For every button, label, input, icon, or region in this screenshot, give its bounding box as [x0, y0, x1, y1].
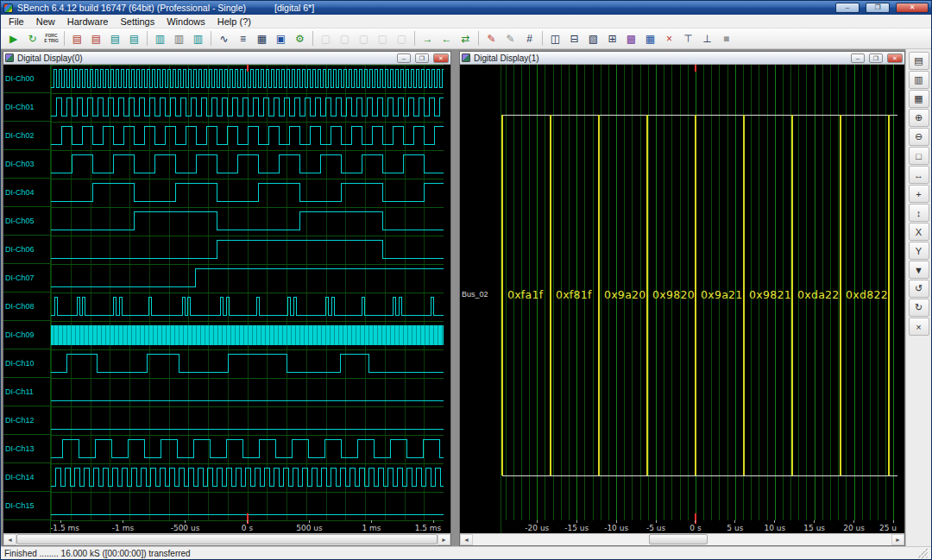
right-scroll-thumb[interactable] [649, 534, 708, 544]
tile-vertical-button[interactable]: ◫ [546, 30, 564, 47]
menu-item-help[interactable]: Help (?) [211, 15, 257, 28]
cascade-windows-button[interactable]: ▧ [584, 30, 602, 47]
card-analog-input-button[interactable]: ▤ [68, 30, 86, 47]
left-plot[interactable]: -1.5 ms-1 ms-500 us0 s500 us1 ms1.5 ms [51, 65, 444, 533]
right-plot[interactable]: 0xfa1f0xf81f0x9a200x98200x9a210x98210xda… [501, 65, 898, 533]
zoom-x-axis-button[interactable]: X [909, 223, 929, 241]
menu-item-windows[interactable]: Windows [161, 15, 211, 28]
digital-display-0-close-button[interactable]: ✕ [433, 53, 449, 63]
cursor-cross-button[interactable]: + [909, 185, 929, 203]
app-icon [3, 3, 13, 13]
zoom-fit-button[interactable]: ↔ [909, 166, 929, 184]
digital-display-0-hscrollbar[interactable]: ◄ ► [3, 533, 450, 545]
channel-label-di-ch13[interactable]: DI-Ch13 [3, 435, 50, 463]
channel-label-di-ch08[interactable]: DI-Ch08 [3, 293, 50, 321]
new-spectrum-display-button[interactable]: ▦ [253, 30, 271, 47]
undo-zoom-button[interactable]: ↺ [909, 280, 929, 298]
calculation-button[interactable]: # [520, 30, 538, 47]
route-input-button[interactable]: ▥ [151, 30, 169, 47]
new-analog-display-button[interactable]: ∿ [215, 30, 233, 47]
import-data-button[interactable]: → [419, 30, 437, 47]
arrange-windows-button[interactable]: ⊞ [603, 30, 621, 47]
export-data-button[interactable]: ← [438, 30, 456, 47]
pan-view-button[interactable]: ↕ [909, 204, 929, 222]
card-trigger-button[interactable]: ▤ [125, 30, 143, 47]
force-trigger-button[interactable]: FORCE TRIG [42, 30, 60, 47]
route-loop-button[interactable]: ▥ [189, 30, 207, 47]
menu-item-file[interactable]: File [3, 15, 30, 28]
scroll-track[interactable] [473, 534, 891, 545]
channel-label-di-ch06[interactable]: DI-Ch06 [3, 236, 50, 264]
empty-slot-button[interactable]: ■ [717, 30, 735, 47]
menu-item-hardware[interactable]: Hardware [61, 15, 115, 28]
menu-item-new[interactable]: New [30, 15, 61, 28]
zoom-in-button[interactable]: ⊕ [909, 109, 929, 127]
channel-label-di-ch15[interactable]: DI-Ch15 [3, 492, 50, 520]
zoom-out-button[interactable]: ⊖ [909, 128, 929, 146]
channel-label-di-ch04[interactable]: DI-Ch04 [3, 179, 50, 207]
digital-display-1-minimize-button[interactable]: – [851, 53, 865, 63]
digital-display-0-minimize-button[interactable]: – [397, 53, 411, 63]
minimize-button[interactable]: – [835, 3, 860, 13]
channel-label-di-ch11[interactable]: DI-Ch11 [3, 378, 50, 406]
print-view-button[interactable]: ▤ [909, 52, 929, 70]
save-project-button[interactable]: ▣ [272, 30, 290, 47]
export-view-button[interactable]: ▥ [909, 71, 929, 89]
channel-label-di-ch01[interactable]: DI-Ch01 [3, 93, 50, 122]
clear-signal-button[interactable]: ✎ [501, 30, 520, 47]
maximize-button[interactable]: ❐ [866, 3, 890, 13]
copy-view-button[interactable]: ▦ [909, 90, 929, 108]
channel-label-di-ch09[interactable]: DI-Ch09 [3, 321, 50, 349]
dock-top-button[interactable]: ⊤ [679, 30, 697, 47]
digital-display-0-titlebar[interactable]: Digital Display(0) – ❐ ✕ [3, 52, 450, 65]
edit-signal-button[interactable]: ✎ [482, 30, 501, 47]
channel-label-di-ch10[interactable]: DI-Ch10 [3, 349, 50, 378]
digital-display-1-close-button[interactable]: ✕ [887, 53, 903, 63]
close-button[interactable]: ✕ [896, 3, 929, 13]
channel-label-di-ch02[interactable]: DI-Ch02 [3, 122, 50, 150]
card-clock-button[interactable]: ▤ [106, 30, 124, 47]
display-window-icon [5, 53, 14, 62]
channel-label-di-ch00[interactable]: DI-Ch00 [3, 65, 50, 93]
digital-display-1-titlebar[interactable]: Digital Display(1) – ❐ ✕ [460, 52, 904, 65]
title-bar[interactable]: SBench 6.4.12 build 16747 (64bit) (Profe… [1, 1, 931, 15]
left-scroll-thumb[interactable] [16, 534, 438, 544]
marker-button[interactable]: ▼ [909, 261, 929, 279]
overlay-display-button[interactable]: ▩ [622, 30, 640, 47]
channel-label-di-ch12[interactable]: DI-Ch12 [3, 406, 50, 435]
resize-grip[interactable] [917, 548, 928, 558]
digital-display-1-restore-button[interactable]: ❐ [869, 53, 883, 63]
svg-text:-5 us: -5 us [646, 524, 666, 532]
close-display-button[interactable]: × [660, 30, 678, 47]
card-digital-input-button[interactable]: ▤ [87, 30, 105, 47]
scroll-right-arrow[interactable]: ► [891, 534, 904, 545]
svg-text:10 us: 10 us [764, 524, 785, 532]
scroll-track[interactable] [16, 534, 438, 545]
redo-zoom-button[interactable]: ↻ [909, 299, 929, 317]
menu-item-settings[interactable]: Settings [114, 15, 161, 28]
settings-gear-button[interactable]: ⚙ [291, 30, 309, 47]
channel-label-di-ch14[interactable]: DI-Ch14 [3, 463, 50, 492]
restart-acquisition-button[interactable]: ↻ [23, 30, 41, 47]
bus-value: 0x9821 [749, 288, 791, 301]
start-acquisition-button[interactable]: ▶ [4, 30, 22, 47]
route-output-button[interactable]: ▥ [170, 30, 188, 47]
digital-display-0-restore-button[interactable]: ❐ [415, 53, 429, 63]
zoom-y-axis-button[interactable]: Y [909, 242, 929, 260]
bus-name-label[interactable]: Bus_02 [462, 290, 488, 299]
scroll-right-arrow[interactable]: ► [438, 534, 450, 545]
channel-label-di-ch07[interactable]: DI-Ch07 [3, 264, 50, 293]
grid-display-button[interactable]: ▦ [641, 30, 659, 47]
close-view-button[interactable]: × [909, 318, 929, 336]
transfer-data-button[interactable]: ⇄ [457, 30, 475, 47]
digital-display-1-window: Digital Display(1) – ❐ ✕ Bus_02 0xfa1f0x… [459, 51, 905, 546]
channel-label-di-ch03[interactable]: DI-Ch03 [3, 150, 50, 179]
new-digital-display-button[interactable]: ≡ [234, 30, 252, 47]
tile-horizontal-button[interactable]: ⊟ [565, 30, 583, 47]
digital-display-1-hscrollbar[interactable]: ◄ ► [460, 533, 904, 545]
scroll-left-arrow[interactable]: ◄ [3, 534, 16, 545]
scroll-left-arrow[interactable]: ◄ [460, 534, 473, 545]
dock-bottom-button[interactable]: ⊥ [698, 30, 716, 47]
zoom-window-button[interactable]: □ [909, 147, 929, 165]
channel-label-di-ch05[interactable]: DI-Ch05 [3, 207, 50, 236]
